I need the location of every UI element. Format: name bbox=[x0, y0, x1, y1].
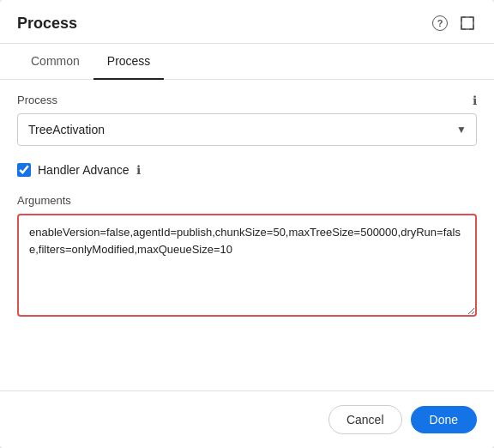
process-select[interactable]: TreeActivation TreeDeactivation PageModi… bbox=[17, 113, 477, 146]
info-icon-top[interactable]: ℹ bbox=[473, 94, 477, 107]
handler-advance-checkbox[interactable] bbox=[17, 163, 31, 177]
help-icon[interactable]: ? bbox=[432, 15, 448, 31]
dialog-body: ℹ Process TreeActivation TreeDeactivatio… bbox=[0, 80, 494, 390]
arguments-textarea[interactable]: enableVersion=false,agentId=publish,chun… bbox=[17, 214, 477, 317]
process-select-wrapper: TreeActivation TreeDeactivation PageModi… bbox=[17, 113, 477, 146]
handler-advance-row: Handler Advance ℹ bbox=[17, 163, 477, 177]
process-dialog: Process ? Common Process bbox=[0, 0, 494, 448]
arguments-label: Arguments bbox=[17, 194, 477, 207]
tab-common[interactable]: Common bbox=[17, 44, 93, 80]
tab-process[interactable]: Process bbox=[93, 44, 165, 80]
process-label: Process bbox=[17, 94, 477, 106]
handler-advance-label: Handler Advance bbox=[38, 163, 130, 177]
handler-advance-info-icon[interactable]: ℹ bbox=[136, 163, 141, 177]
done-button[interactable]: Done bbox=[411, 406, 477, 433]
dialog-title: Process bbox=[17, 15, 77, 33]
dialog-header: Process ? bbox=[0, 0, 494, 44]
svg-rect-0 bbox=[461, 17, 473, 29]
tabs: Common Process bbox=[0, 44, 494, 80]
dialog-footer: Cancel Done bbox=[0, 390, 494, 448]
expand-icon[interactable] bbox=[458, 14, 477, 33]
cancel-button[interactable]: Cancel bbox=[328, 405, 402, 434]
header-icons: ? bbox=[432, 14, 477, 33]
